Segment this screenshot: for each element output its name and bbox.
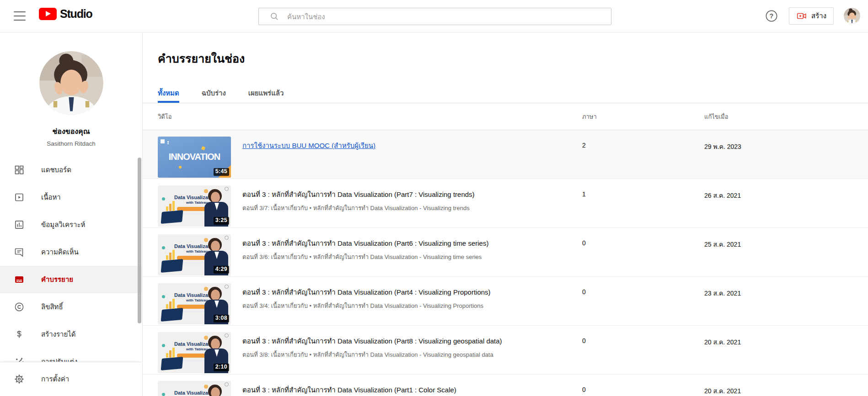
sidebar-item-6[interactable]: สร้างรายได้ <box>0 321 142 348</box>
sidebar-item-label: การตั้งค่า <box>41 374 69 385</box>
video-cell: Data Visualizationwith Tableau 2:10 ตอนท… <box>158 330 582 374</box>
modified-date: 26 ส.ค. 2021 <box>704 184 868 227</box>
sidebar-item-0[interactable]: แดชบอร์ด <box>0 156 142 184</box>
tabs: ทั้งหมด ฉบับร่าง เผยแพร่แล้ว <box>143 81 868 103</box>
top-bar-actions: ? สร้าง <box>764 0 860 32</box>
video-subtitle: ตอนที่ 3/7: เนื้อหาเกี่ยวกับ • หลักที่สำ… <box>242 203 475 213</box>
logo-text: Studio <box>60 7 92 21</box>
video-title[interactable]: ตอนที่ 3 : หลักที่สำคัญในการทำ Data Visu… <box>242 238 488 248</box>
duration-badge: 4:29 <box>214 266 229 274</box>
youtube-studio-logo[interactable]: Studio <box>39 7 92 21</box>
video-title[interactable]: ตอนที่ 3 : หลักที่สำคัญในการทำ Data Visu… <box>242 190 475 200</box>
duration-badge: 3:25 <box>214 217 229 225</box>
video-subtitle: ตอนที่ 3/8: เนื้อหาเกี่ยวกับ • หลักที่สำ… <box>242 350 502 359</box>
channel-label: ช่องของคุณ <box>0 126 142 137</box>
sidebar-item-label: ข้อมูลวิเคราะห์ <box>41 219 85 230</box>
sidebar-item-label: แดชบอร์ด <box>41 164 71 175</box>
sidebar-item-label: ความคิดเห็น <box>41 247 79 258</box>
language-count: 0 <box>582 330 704 374</box>
channel-info: ช่องของคุณ Sasithorn Ritdach <box>0 32 142 147</box>
sidebar-menu: แดชบอร์ด เนื้อหา ข้อมูลวิเคราะห์ ความคิด… <box>0 156 142 362</box>
column-header-video: วิดีโอ <box>158 112 582 121</box>
menu-icon[interactable] <box>14 11 26 21</box>
duration-badge: 2:10 <box>214 364 229 371</box>
video-title[interactable]: ตอนที่ 3 : หลักที่สำคัญในการทำ Data Visu… <box>242 336 502 346</box>
table-row[interactable]: Data Visualizationwith Tableau 3:25 ตอนท… <box>143 179 868 228</box>
sidebar-item-7[interactable]: การปรับแต่ง <box>0 348 142 362</box>
video-title[interactable]: ตอนที่ 3 : หลักที่สำคัญในการทำ Data Visu… <box>242 287 491 297</box>
sidebar-item-label: ลิขสิทธิ์ <box>41 301 63 312</box>
video-meta: ตอนที่ 3 : หลักที่สำคัญในการทำ Data Visu… <box>242 385 456 396</box>
sidebar-item-label: เนื้อหา <box>41 192 61 203</box>
table-row[interactable]: Data Visualizationwith Tableau 2:10 ตอนท… <box>143 326 868 375</box>
modified-date: 29 พ.ค. 2023 <box>704 135 868 179</box>
duration-badge: 5:45 <box>214 168 229 176</box>
video-thumbnail[interactable]: Data Visualizationwith Tableau 3:25 <box>158 185 231 227</box>
language-count: 1 <box>582 184 704 227</box>
youtube-play-icon <box>39 8 57 20</box>
channel-search-box[interactable] <box>258 8 611 25</box>
account-avatar[interactable] <box>844 8 860 24</box>
video-meta: ตอนที่ 3 : หลักที่สำคัญในการทำ Data Visu… <box>242 238 488 276</box>
video-thumbnail[interactable]: INNOVATION 5:45 <box>158 137 231 178</box>
table-row[interactable]: Data Visualizationwith Tableau 4:29 ตอนท… <box>143 228 868 277</box>
tab-all[interactable]: ทั้งหมด <box>158 81 179 103</box>
channel-avatar[interactable] <box>39 51 103 115</box>
language-count: 0 <box>582 232 704 276</box>
page-title: คำบรรยายในช่อง <box>158 49 245 68</box>
subtitles-icon <box>14 274 25 285</box>
column-header-modified: แก้ไขเมื่อ <box>704 112 868 121</box>
table-row[interactable]: INNOVATION 5:45 การใช้งานระบบ BUU MOOC (… <box>143 130 868 179</box>
video-thumbnail[interactable]: Data Visualizationwith Tableau 3:08 <box>158 283 231 324</box>
tab-published[interactable]: เผยแพร่แล้ว <box>248 81 284 103</box>
modified-date: 25 ส.ค. 2021 <box>704 232 868 276</box>
sidebar-item-3[interactable]: ความคิดเห็น <box>0 238 142 266</box>
comments-icon <box>14 247 25 258</box>
content-icon <box>14 192 25 203</box>
video-meta: ตอนที่ 3 : หลักที่สำคัญในการทำ Data Visu… <box>242 287 491 325</box>
copyright-icon <box>14 301 25 312</box>
sidebar-scrollbar[interactable] <box>138 158 141 323</box>
video-thumbnail[interactable]: Data Visualizationwith Tableau 2:10 <box>158 332 231 373</box>
sidebar-bottom: การตั้งค่า <box>0 362 142 396</box>
duration-badge: 3:08 <box>214 315 229 322</box>
video-title[interactable]: ตอนที่ 3 : หลักที่สำคัญในการทำ Data Visu… <box>242 385 456 395</box>
sidebar-item-5[interactable]: ลิขสิทธิ์ <box>0 293 142 321</box>
search-input[interactable] <box>286 12 611 21</box>
column-header-language: ภาษา <box>582 112 704 121</box>
table-row[interactable]: Data Visualizationwith Tableau 3:08 ตอนท… <box>143 277 868 326</box>
modified-date: 23 ส.ค. 2021 <box>704 281 868 325</box>
subtitles-table-body: INNOVATION 5:45 การใช้งานระบบ BUU MOOC (… <box>143 130 868 396</box>
sidebar-item-label: คำบรรยาย <box>41 274 73 285</box>
video-thumbnail[interactable]: Data Visualizationwith Tableau 4:29 <box>158 234 231 275</box>
settings-gear-icon <box>14 374 25 385</box>
create-video-icon <box>796 11 807 21</box>
main-content: คำบรรยายในช่อง ทั้งหมด ฉบับร่าง เผยแพร่แ… <box>143 32 868 396</box>
create-button-label: สร้าง <box>811 11 826 21</box>
video-meta: การใช้งานระบบ BUU MOOC (สำหรับผู้เรียน) <box>242 141 375 179</box>
video-cell: Data Visualizationwith Tableau 4:29 ตอนท… <box>158 232 582 276</box>
sidebar-item-1[interactable]: เนื้อหา <box>0 184 142 211</box>
channel-name: Sasithorn Ritdach <box>0 140 142 147</box>
help-icon: ? <box>765 9 778 23</box>
video-cell: Data Visualizationwith Tableau ตอนที่ 3 … <box>158 379 582 396</box>
video-title[interactable]: การใช้งานระบบ BUU MOOC (สำหรับผู้เรียน) <box>242 141 375 151</box>
table-row[interactable]: Data Visualizationwith Tableau ตอนที่ 3 … <box>143 375 868 396</box>
dashboard-icon <box>14 164 25 175</box>
help-button[interactable]: ? <box>764 9 779 23</box>
top-bar: Studio ? สร้าง <box>0 0 868 32</box>
sidebar-item-label: สร้างรายได้ <box>41 329 76 340</box>
video-cell: Data Visualizationwith Tableau 3:25 ตอนท… <box>158 184 582 227</box>
video-thumbnail[interactable]: Data Visualizationwith Tableau <box>158 381 231 396</box>
tab-drafts[interactable]: ฉบับร่าง <box>202 81 226 103</box>
sidebar-item-2[interactable]: ข้อมูลวิเคราะห์ <box>0 211 142 238</box>
create-button[interactable]: สร้าง <box>789 7 834 25</box>
sidebar-item-4[interactable]: คำบรรยาย <box>0 266 142 293</box>
language-count: 0 <box>582 281 704 325</box>
table-header: วิดีโอ ภาษา แก้ไขเมื่อ <box>143 103 868 130</box>
video-cell: INNOVATION 5:45 การใช้งานระบบ BUU MOOC (… <box>158 135 582 179</box>
sidebar-item-settings[interactable]: การตั้งค่า <box>0 362 142 396</box>
language-count: 2 <box>582 135 704 179</box>
video-subtitle: ตอนที่ 3/6: เนื้อหาเกี่ยวกับ • หลักที่สำ… <box>242 252 488 262</box>
sidebar: ช่องของคุณ Sasithorn Ritdach แดชบอร์ด เน… <box>0 32 143 396</box>
